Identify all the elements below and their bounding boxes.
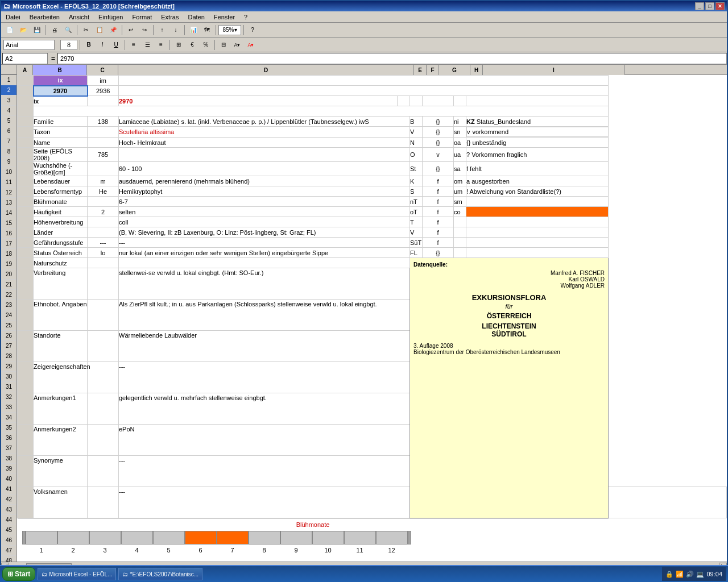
cell-ni[interactable]: ni [454,117,466,127]
row-num-5[interactable]: 5 [1,116,16,126]
cell-familie-num[interactable]: 138 [88,117,119,127]
cell-nt-val[interactable]: f [423,197,454,207]
row-num-43[interactable]: 43 [1,505,16,515]
cell-d2[interactable] [119,86,609,96]
cell-c3[interactable] [88,96,119,106]
row-num-30[interactable]: 30 [1,372,16,382]
row-num-28[interactable]: 28 [1,351,16,361]
row-num-29[interactable]: 29 [1,361,16,372]
row-num-48[interactable]: 48 [1,556,16,562]
row-num-12[interactable]: 12 [1,188,16,198]
cell-natur-value[interactable] [119,258,410,268]
cell-st-code[interactable]: St [410,162,423,176]
cell-syn-num[interactable] [88,456,119,487]
cell-sa[interactable]: sa [454,162,466,176]
cell-nt-status[interactable] [466,197,609,207]
font-size-selector[interactable] [60,40,77,50]
cell-hauf-label[interactable]: Häufigkeit [34,207,88,217]
cell-lebens-label[interactable]: Lebensdauer [34,176,88,186]
cell-b-val[interactable]: {} [423,117,454,127]
cut-btn[interactable]: ✂ [80,24,92,36]
cell-label-col-1[interactable] [18,117,34,127]
row-num-23[interactable]: 23 [1,300,16,310]
cell-hohen-num[interactable] [88,217,119,227]
row-num-31[interactable]: 31 [1,382,16,392]
sort-asc-btn[interactable]: ↑ [156,24,168,36]
merge-btn[interactable]: ⊞ [172,39,185,51]
row-num-35[interactable]: 35 [1,423,16,433]
menu-einfuegen[interactable]: Einfügen [96,13,125,22]
cell-co[interactable]: co [454,207,466,217]
row-num-21[interactable]: 21 [1,280,16,290]
new-btn[interactable]: 📄 [3,24,16,36]
maximize-button[interactable]: □ [705,2,714,10]
cell-t-code[interactable]: T [410,217,423,227]
cell-verb-value[interactable]: stellenwei-se verwld u. lokal eingbgt. (… [119,268,410,300]
cell-fl-code[interactable]: FL [410,248,423,258]
cell-taxon-num[interactable] [88,127,119,138]
cell-seite-a[interactable] [18,148,34,162]
cell-sn[interactable]: sn [454,127,466,138]
menu-extras[interactable]: Extras [159,13,181,22]
cell-v-val[interactable]: {} [423,127,454,138]
cell-t-code2[interactable] [454,217,466,227]
row-num-41[interactable]: 41 [1,484,16,494]
cell-form-value[interactable]: Hemikryptophyt [119,186,410,197]
row-num-15[interactable]: 15 [1,218,16,228]
cell-fl-val[interactable]: {} [423,248,454,258]
cell-hauf-a[interactable] [18,207,34,217]
cell-form-num[interactable]: He [88,186,119,197]
cell-seite-label[interactable]: Seite (EFÖLS 2008) [34,148,88,162]
col-header-f[interactable]: F [427,65,439,75]
cell-om[interactable]: om [454,176,466,186]
cell-o-code[interactable]: O [410,148,423,162]
cell-anm2-value[interactable]: ePoN [119,425,410,456]
cell-ot-status[interactable] [466,207,609,217]
row-num-8[interactable]: 8 [1,147,16,157]
fill-color-btn[interactable]: A▾ [231,39,243,51]
redo-btn[interactable]: ↪ [138,24,151,36]
cell-stand-a[interactable] [18,331,34,362]
preview-btn[interactable]: 🔍 [62,24,75,36]
cell-i3[interactable] [466,96,609,106]
cell-ethno-num[interactable] [88,300,119,331]
cell-d1[interactable] [119,76,609,86]
cell-s-code[interactable]: S [410,186,423,197]
cell-a4[interactable] [18,106,34,117]
cell-bluh-value[interactable]: 6-7 [119,197,410,207]
menu-fenster[interactable]: Fenster [212,13,237,22]
cell-stand-label[interactable]: Standorte [34,331,88,362]
map-btn[interactable]: 🗺 [201,24,213,36]
menu-help[interactable]: ? [242,13,250,22]
cell-stand-value[interactable]: Wärmeliebende Laubwälder [119,331,410,362]
save-btn[interactable]: 💾 [31,24,43,36]
cell-ethno-a[interactable] [18,300,34,331]
print-btn[interactable]: 🖨 [48,24,61,36]
cell-zeiger-a[interactable] [18,362,34,393]
cell-k-code[interactable]: K [410,176,423,186]
cell-zeiger-label[interactable]: Zeigereigenschaften [34,362,88,393]
cell-land-num[interactable] [88,227,119,238]
cell-name-value[interactable]: Hoch- Helmkraut [119,138,410,148]
cell-status-label[interactable]: Status Österreich [34,248,88,258]
minimize-button[interactable]: _ [695,2,704,10]
row-num-44[interactable]: 44 [1,515,16,525]
cell-wuchs-label[interactable]: Wuchshöhe (-Größe)[cm] [34,162,88,176]
cell-v-status[interactable]: v vorkommend [466,127,609,137]
cell-h3[interactable] [454,96,466,106]
cell-hauf-num[interactable]: 2 [88,207,119,217]
cell-taxon-label[interactable]: Taxon [34,127,88,138]
cell-status-a[interactable] [18,248,34,258]
row-num-2[interactable]: 2 [1,85,16,95]
row-num-38[interactable]: 38 [1,454,16,464]
cell-hohen-a[interactable] [18,217,34,227]
row-num-10[interactable]: 10 [1,167,16,177]
cell-natur-num[interactable] [88,258,119,268]
cell-bluh-label[interactable]: Blühmonate [34,197,88,207]
cell-k-val[interactable]: f [423,176,454,186]
cell-o-status[interactable]: ? Vorkommen fraglich [466,148,609,162]
cell-syn-label[interactable]: Synonyme [34,456,88,487]
cell-v2-code[interactable]: V [410,227,423,238]
cell-anm2-label[interactable]: Anmerkungen2 [34,425,88,456]
cell-a1[interactable] [18,76,34,86]
